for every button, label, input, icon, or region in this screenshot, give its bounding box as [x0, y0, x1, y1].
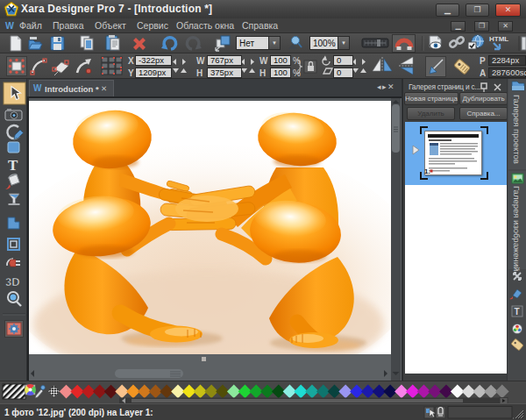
svg-text:3D: 3D: [5, 275, 20, 288]
svg-text:T: T: [8, 157, 18, 174]
svg-text:T: T: [515, 307, 520, 317]
svg-text:HTML: HTML: [489, 35, 508, 43]
svg-text:1.: 1.: [424, 167, 430, 175]
